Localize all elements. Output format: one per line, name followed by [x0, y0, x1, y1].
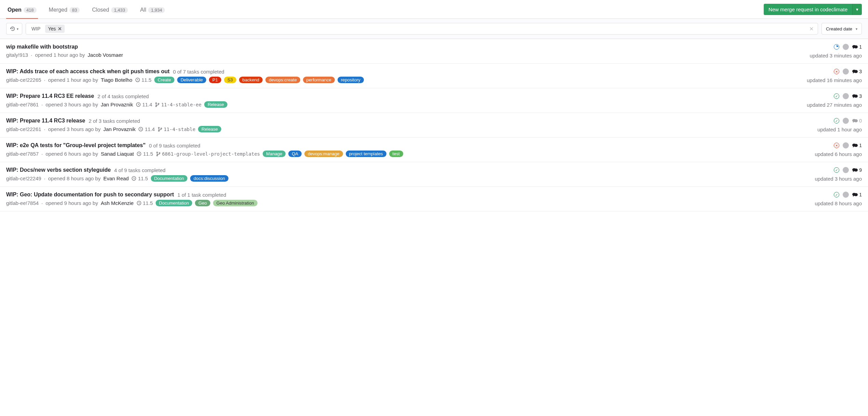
pipeline-passed-icon[interactable]: ✓: [834, 118, 839, 124]
merge-request-ref[interactable]: gitlab-ce!22265: [6, 77, 41, 83]
comments-icon: [852, 44, 858, 49]
assignee-avatar[interactable]: [843, 167, 849, 173]
comments-count[interactable]: 0: [852, 118, 862, 124]
author-link[interactable]: Jan Provaznik: [103, 126, 135, 132]
pipeline-running-icon[interactable]: [834, 44, 839, 50]
merge-request-title[interactable]: WIP: Geo: Update documentation for push …: [6, 192, 174, 198]
tab-merged[interactable]: Merged 83: [48, 3, 81, 18]
updated-text: updated 3 minutes ago: [810, 53, 862, 58]
label-pill[interactable]: Release: [204, 101, 227, 108]
assignee-avatar[interactable]: [843, 93, 849, 99]
label-pill[interactable]: devops:create: [265, 77, 300, 83]
milestone[interactable]: 11.5: [135, 77, 152, 83]
branch[interactable]: 6861-group-level-project-templates: [156, 151, 260, 157]
title-line: WIP: e2e QA tests for "Group-level proje…: [6, 142, 787, 148]
merge-request-title[interactable]: WIP: Adds trace of each access check whe…: [6, 68, 170, 75]
tab-all[interactable]: All 1,934: [139, 3, 166, 18]
milestone[interactable]: 11.5: [136, 151, 153, 157]
dot-sep: ·: [41, 200, 43, 206]
merge-request-title[interactable]: WIP: Docs/new verbs section styleguide: [6, 167, 111, 173]
assignee-avatar[interactable]: [843, 44, 849, 50]
tab-open[interactable]: Open 418: [6, 3, 38, 18]
comments-count[interactable]: 1: [852, 143, 862, 148]
sub-line: gitlab-ce!22265·opened 1 hour ago byTiag…: [6, 77, 787, 83]
author-link[interactable]: Tiago Botelho: [101, 77, 132, 83]
pipeline-failed-icon[interactable]: ✕: [834, 143, 839, 148]
label-pill[interactable]: project templates: [346, 151, 386, 157]
svg-point-1: [854, 46, 858, 49]
merge-request-row: WIP: Geo: Update documentation for push …: [0, 187, 868, 211]
assignee-avatar[interactable]: [843, 142, 849, 148]
pipeline-failed-icon[interactable]: ✕: [834, 69, 839, 74]
label-pill[interactable]: performance: [303, 77, 335, 83]
merge-request-title[interactable]: WIP: Prepare 11.4 RC3 EE release: [6, 93, 94, 99]
author-link[interactable]: Ash McKenzie: [101, 200, 134, 206]
merge-request-ref[interactable]: gitlab-ce!22249: [6, 176, 41, 181]
milestone[interactable]: 11.5: [136, 200, 153, 206]
search-history-button[interactable]: ▾: [6, 23, 22, 35]
remove-token-icon[interactable]: ✕: [58, 26, 62, 31]
tab-closed[interactable]: Closed 1,433: [91, 3, 129, 18]
filters-row: ▾ WIP Yes ✕ ✕ Created date ▾: [0, 19, 868, 39]
comments-count[interactable]: 1: [852, 44, 862, 50]
label-pill[interactable]: Manage: [263, 151, 286, 157]
row-main: WIP: Adds trace of each access check whe…: [6, 68, 787, 83]
merge-request-ref[interactable]: gitlab-ee!7854: [6, 200, 39, 206]
title-line: WIP: Docs/new verbs section styleguide4 …: [6, 167, 787, 173]
tab-all-label: All: [140, 7, 146, 13]
dot-sep: ·: [44, 126, 45, 132]
assignee-avatar[interactable]: [843, 68, 849, 75]
comments-count[interactable]: 3: [852, 93, 862, 99]
label-pill[interactable]: P1: [209, 77, 221, 83]
pipeline-passed-icon[interactable]: ✓: [834, 93, 839, 99]
comments-count[interactable]: 9: [852, 167, 862, 173]
author-link[interactable]: Evan Read: [103, 176, 129, 181]
pipeline-passed-icon[interactable]: ✓: [834, 167, 839, 173]
merge-request-title[interactable]: WIP: e2e QA tests for "Group-level proje…: [6, 142, 146, 148]
filter-search[interactable]: WIP Yes ✕ ✕: [26, 23, 818, 35]
label-pill[interactable]: devops:manage: [304, 151, 343, 157]
label-pill[interactable]: repository: [338, 77, 364, 83]
comments-count[interactable]: 1: [852, 192, 862, 197]
pipeline-passed-icon[interactable]: ✓: [834, 192, 839, 197]
merge-request-ref[interactable]: gitlab-ce!22261: [6, 126, 41, 132]
label-pill[interactable]: Documentation: [156, 200, 192, 206]
label-pill[interactable]: S3: [224, 77, 236, 83]
updated-text: updated 1 hour ago: [817, 127, 862, 132]
milestone[interactable]: 11.5: [131, 176, 148, 181]
comments-icon: [852, 69, 858, 74]
label-pill[interactable]: Geo Administration: [213, 200, 258, 206]
label-pill[interactable]: Create: [154, 77, 174, 83]
milestone[interactable]: 11.4: [136, 102, 152, 107]
author-link[interactable]: Sanad Liaquat: [101, 151, 134, 157]
author-link[interactable]: Jan Provaznik: [101, 102, 133, 107]
label-pill[interactable]: Documentation: [151, 175, 187, 182]
branch[interactable]: 11-4-stable-ee: [155, 102, 201, 107]
label-pill[interactable]: Deliverable: [177, 77, 206, 83]
label-pill[interactable]: Release: [198, 126, 221, 132]
merge-request-ref[interactable]: gitaly!913: [6, 52, 28, 58]
clear-search-icon[interactable]: ✕: [808, 26, 815, 32]
merge-request-ref[interactable]: gitlab-ee!7857: [6, 151, 39, 157]
label-pill[interactable]: Geo: [195, 200, 210, 206]
author-link[interactable]: Jacob Vosmaer: [88, 52, 123, 58]
label-pill[interactable]: test: [389, 151, 403, 157]
assignee-avatar[interactable]: [843, 192, 849, 198]
label-pill[interactable]: backend: [239, 77, 263, 83]
new-merge-request-dropdown[interactable]: ▾: [852, 4, 862, 15]
label-pill[interactable]: docs:discussion: [190, 175, 228, 182]
branch[interactable]: 11-4-stable: [158, 127, 196, 132]
sort-dropdown[interactable]: Created date ▾: [821, 23, 862, 35]
comments-count[interactable]: 3: [852, 69, 862, 74]
comments-icon: [852, 118, 858, 123]
tasks-progress: 2 of 3 tasks completed: [89, 118, 140, 124]
assignee-avatar[interactable]: [843, 118, 849, 124]
svg-point-12: [158, 127, 159, 128]
milestone[interactable]: 11.4: [138, 126, 155, 132]
meta-icons: ✓0: [834, 118, 862, 124]
merge-request-title[interactable]: WIP: Prepare 11.4 RC3 release: [6, 118, 85, 124]
new-merge-request-button[interactable]: New merge request in codeclimate: [764, 4, 852, 15]
label-pill[interactable]: QA: [288, 151, 302, 157]
merge-request-ref[interactable]: gitlab-ee!7861: [6, 102, 39, 107]
merge-request-title[interactable]: wip makefile with bootstrap: [6, 44, 78, 50]
